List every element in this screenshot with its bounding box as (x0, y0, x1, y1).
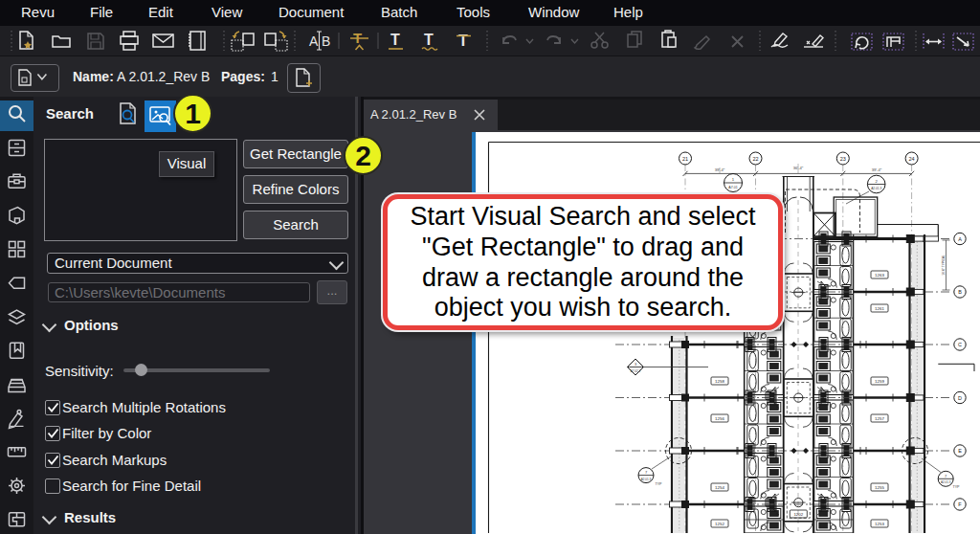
svg-text:TYP: TYP (656, 482, 663, 486)
svg-text:16′-0″ TYPICAL: 16′-0″ TYPICAL (942, 255, 946, 276)
svg-text:1263: 1263 (875, 273, 884, 278)
svg-text:A: A (309, 33, 319, 49)
svg-text:B: B (958, 289, 962, 295)
svg-text:D: D (958, 395, 962, 401)
svg-text:22: 22 (752, 156, 758, 162)
svg-text:1: 1 (732, 177, 735, 182)
svg-text:1258: 1258 (715, 379, 724, 384)
svg-text:7: 7 (645, 470, 648, 475)
svg-text:A7.01: A7.01 (728, 186, 737, 189)
svg-text:E: E (958, 448, 962, 454)
svg-text:T: T (424, 32, 434, 48)
svg-text:1253: 1253 (875, 522, 884, 526)
svg-text:B: B (322, 33, 330, 49)
svg-text:1256: 1256 (715, 416, 724, 421)
svg-text:C: C (958, 342, 962, 347)
svg-text:A7.02.3: A7.02.3 (631, 369, 641, 373)
svg-text:A2.01.3: A2.01.3 (871, 187, 881, 190)
svg-text:24: 24 (909, 156, 915, 162)
svg-text:23: 23 (840, 156, 846, 162)
svg-text:A2.01.3: A2.01.3 (941, 480, 951, 484)
svg-text:1261: 1261 (875, 306, 884, 311)
svg-text:TYP: TYP (953, 485, 961, 489)
svg-text:A: A (958, 236, 962, 242)
svg-text:39′-4″: 39′-4″ (715, 167, 725, 172)
svg-text:F: F (958, 501, 962, 507)
svg-text:2: 2 (876, 179, 879, 184)
svg-text:21: 21 (682, 156, 688, 162)
svg-text:39′-4″: 39′-4″ (872, 167, 882, 172)
svg-text:T: T (458, 33, 468, 49)
svg-text:1254: 1254 (715, 485, 724, 490)
svg-text:3: 3 (635, 362, 637, 367)
svg-text:1252: 1252 (715, 522, 724, 526)
svg-text:1202: 1202 (793, 512, 803, 517)
svg-text:7: 7 (945, 474, 947, 478)
svg-text:1255: 1255 (875, 485, 884, 490)
svg-text:1259: 1259 (875, 379, 884, 384)
svg-text:T: T (390, 32, 400, 48)
svg-text:36′-4″: 36′-4″ (793, 166, 804, 170)
svg-text:A2.01.3: A2.01.3 (641, 478, 652, 481)
svg-text:1257: 1257 (875, 416, 884, 421)
